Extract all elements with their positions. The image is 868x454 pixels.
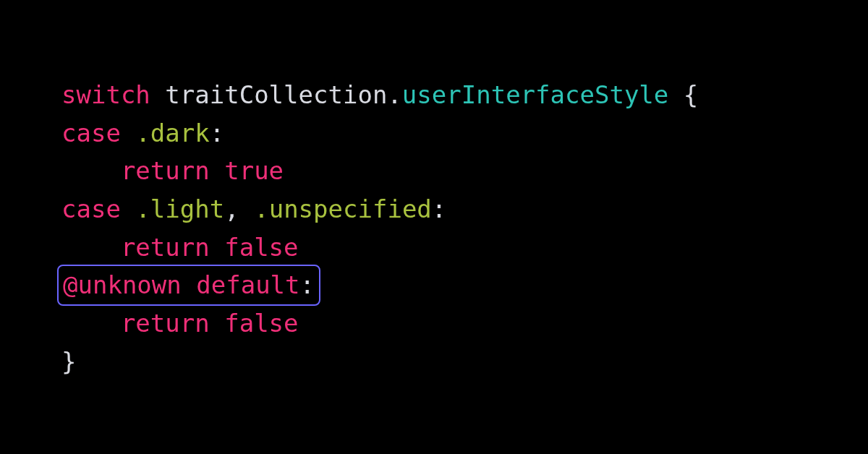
highlight-box: @unknown default: [57, 265, 320, 306]
attribute-unknown: @unknown [63, 270, 182, 299]
keyword-false: false [224, 233, 298, 262]
code-line: } [61, 347, 76, 376]
keyword-switch: switch [61, 80, 150, 109]
code-snippet: switch traitCollection.userInterfaceStyl… [0, 0, 868, 454]
brace-close: } [61, 347, 76, 376]
keyword-default: default [196, 270, 299, 299]
code-line: case .light, .unspecified: [61, 194, 446, 223]
code-line: return true [61, 156, 284, 185]
keyword-false: false [224, 309, 298, 338]
brace-open: { [684, 80, 698, 109]
enum-case: unspecified [269, 194, 432, 223]
code-line: return false [61, 309, 299, 338]
enum-case: light [150, 194, 224, 223]
keyword-case: case [61, 119, 121, 147]
enum-case: dark [150, 119, 210, 147]
code-line: return false [61, 233, 299, 262]
keyword-return: return [121, 156, 210, 185]
identifier: traitCollection [165, 80, 387, 109]
keyword-case: case [61, 194, 121, 223]
code-line: case .dark: [61, 119, 224, 147]
code-line: switch traitCollection.userInterfaceStyl… [61, 80, 698, 109]
code-line-highlighted: @unknown default: [61, 270, 316, 299]
keyword-return: return [121, 309, 210, 338]
keyword-return: return [121, 233, 210, 262]
keyword-true: true [224, 156, 284, 185]
property: userInterfaceStyle [402, 80, 668, 109]
